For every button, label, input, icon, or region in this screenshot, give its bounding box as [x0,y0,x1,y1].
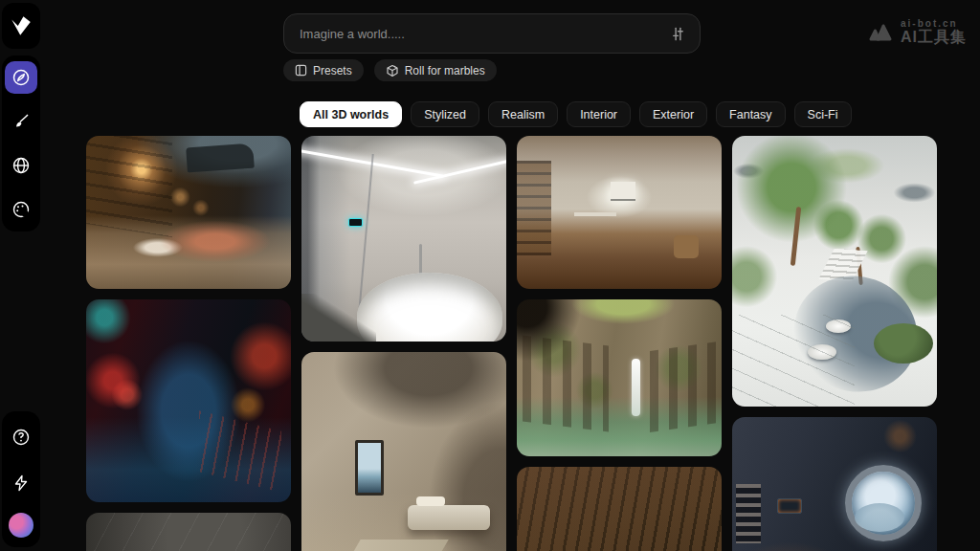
marble-veins [732,315,855,407]
user-avatar[interactable] [9,513,33,538]
ai-bot-logo-icon [865,21,894,44]
temple-roof-silhouette [187,143,256,172]
dark-floor [301,294,376,342]
pillow [416,496,445,506]
world-card-wooden-attic[interactable] [517,467,722,551]
floor-runner [308,540,449,551]
moss-rock [874,323,933,364]
bed [408,505,490,530]
world-card-ruins-waterfall[interactable] [517,299,722,456]
compass-icon [11,68,31,87]
control-panel [777,498,802,514]
bird-logo-icon [9,13,33,38]
bookshelf [517,161,551,255]
filter-exterior[interactable]: Exterior [639,101,707,127]
sea-view-door [355,440,384,496]
help-icon [11,428,31,447]
bookshelf-texture [86,136,172,237]
watermark-title: AI工具集 [901,30,967,46]
filter-sci-fi[interactable]: Sci-Fi [794,101,852,127]
wall-panel-glow [348,218,363,227]
panel-layout-icon [295,64,307,77]
help-button[interactable] [5,421,37,453]
palette-icon [11,200,31,219]
sidebar [0,0,44,551]
roll-for-marbles-button[interactable]: Roll for marbles [374,59,497,81]
filter-fantasy[interactable]: Fantasy [716,101,785,127]
bathtub [357,273,502,342]
world-card-cyberpunk-corridor[interactable] [86,299,291,502]
sidebar-item-worlds[interactable] [5,149,37,182]
cabin-shelves [736,484,761,543]
world-card-bathroom[interactable] [301,136,506,342]
presets-button[interactable]: Presets [283,59,364,81]
sliders-icon [670,26,686,42]
prompt-input[interactable] [300,27,667,41]
bright-window [611,182,635,201]
world-card-spaceship-cabin[interactable] [732,417,937,551]
prompt-bar [283,13,701,54]
quick-actions: Presets Roll for marbles [283,59,497,81]
sidebar-item-styles[interactable] [5,193,37,226]
sidebar-item-create[interactable] [5,105,37,138]
brush-icon [11,112,31,131]
lightning-icon [12,474,30,492]
world-card-sketch-room[interactable] [86,513,291,551]
gallery-column-2 [301,136,506,551]
waterfall [632,359,640,416]
world-card-cave-bedroom[interactable] [301,352,506,551]
roll-label: Roll for marbles [405,64,485,77]
sidebar-item-explore[interactable] [5,61,37,94]
table [574,212,616,216]
world-gallery [86,136,937,551]
globe-icon [11,156,31,175]
world-card-temple-library[interactable] [86,136,291,289]
activity-button[interactable] [5,467,37,499]
filter-stylized[interactable]: Stylized [411,101,479,127]
watermark-site: ai-bot.cn [901,19,967,30]
prompt-settings-button[interactable] [667,23,688,44]
wicker-chair [674,235,699,258]
sidebar-footer [2,411,40,547]
arches-right [650,342,720,432]
filter-realism[interactable]: Realism [488,101,558,127]
presets-label: Presets [313,64,352,77]
corridor-railing [199,411,281,493]
filter-all-3d-worlds[interactable]: All 3D worlds [300,101,402,127]
world-card-bonsai-pavilion[interactable] [732,136,937,407]
filter-tabs: All 3D worlds Stylized Realism Interior … [300,101,852,127]
arches-left [523,335,609,431]
filter-interior[interactable]: Interior [567,101,631,127]
bonsai-trunk [791,206,801,265]
gallery-column-4 [732,136,937,551]
app-logo[interactable] [2,3,40,49]
dice-icon [386,64,399,77]
gallery-column-3 [517,136,722,551]
world-card-wooden-room[interactable] [517,136,722,289]
watermark: ai-bot.cn AI工具集 [865,19,967,45]
sidebar-tools [2,55,40,231]
sketch-lines [86,513,291,551]
gallery-column-1 [86,136,291,551]
